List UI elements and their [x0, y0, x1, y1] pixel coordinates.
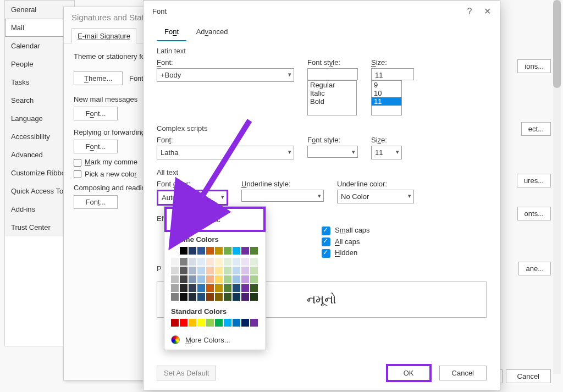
vertical-scrollbar[interactable]: [553, 0, 561, 374]
latin-font-combo[interactable]: +Body: [157, 68, 294, 82]
theme-colors-title: Theme Colors: [171, 235, 259, 244]
standard-color-row[interactable]: [171, 319, 259, 327]
complex-size-label: Size:: [371, 136, 414, 144]
help-icon[interactable]: ?: [467, 7, 472, 16]
annotation-arrow-icon: [178, 115, 261, 221]
hidden-checkbox[interactable]: [322, 249, 330, 258]
palette-icon: [171, 335, 180, 344]
latin-font-label: Font:: [157, 58, 294, 67]
font-style-label: Font style:: [307, 58, 358, 67]
cancel-button[interactable]: Cancel: [439, 366, 487, 380]
bg-button-onts[interactable]: onts...: [517, 207, 551, 220]
size-label: Size:: [371, 58, 414, 67]
bg-button-ect[interactable]: ect...: [521, 122, 551, 136]
underline-color-label: Underline color:: [337, 180, 414, 188]
close-icon[interactable]: ✕: [484, 7, 491, 16]
small-caps-checkbox[interactable]: [322, 227, 330, 235]
scrollbar-thumb[interactable]: [553, 0, 561, 88]
complex-style-label: Font style:: [307, 136, 358, 144]
tab-advanced[interactable]: Advanced: [189, 22, 236, 41]
more-colors-row[interactable]: More Colors...: [164, 330, 266, 350]
reply-font-button[interactable]: Font...: [74, 140, 118, 153]
bg-button-ane[interactable]: ane...: [518, 262, 551, 275]
tab-email-signature[interactable]: E-mail Signature: [71, 28, 136, 43]
font-dialog-title: Font: [152, 7, 167, 15]
set-default-button[interactable]: Set As Default: [157, 366, 216, 380]
size-input[interactable]: 11: [371, 68, 414, 80]
svg-line-0: [195, 120, 250, 208]
standard-colors-title: Standard Colors: [171, 307, 259, 316]
font-style-input[interactable]: [307, 68, 358, 80]
theme-color-shades[interactable]: [171, 258, 259, 301]
pick-color-checkbox[interactable]: [74, 170, 81, 178]
underline-color-combo[interactable]: No Color: [337, 190, 414, 203]
font-color-dropdown: Automatic Theme Colors Standard Colors M…: [164, 206, 266, 350]
complex-size-combo[interactable]: 11: [371, 146, 402, 159]
ok-button[interactable]: OK: [386, 364, 432, 382]
size-list[interactable]: 9 10 11: [371, 80, 402, 115]
latin-text-label: Latin text: [157, 47, 487, 55]
font-style-list[interactable]: Regular Italic Bold: [307, 80, 357, 115]
tab-font[interactable]: Font: [157, 22, 186, 41]
bg-button-ures[interactable]: ures...: [517, 174, 551, 187]
complex-style-combo[interactable]: [307, 146, 358, 158]
all-caps-checkbox[interactable]: [322, 238, 330, 246]
theme-color-row[interactable]: [171, 247, 259, 255]
bg-button-ions[interactable]: ions...: [517, 59, 551, 73]
mark-comments-checkbox[interactable]: [74, 159, 81, 167]
bg-cancel-button[interactable]: Cancel: [506, 369, 551, 383]
theme-button[interactable]: Theme...: [74, 71, 123, 85]
new-mail-font-button[interactable]: Font...: [74, 107, 118, 120]
compose-font-button[interactable]: Font...: [74, 195, 118, 209]
